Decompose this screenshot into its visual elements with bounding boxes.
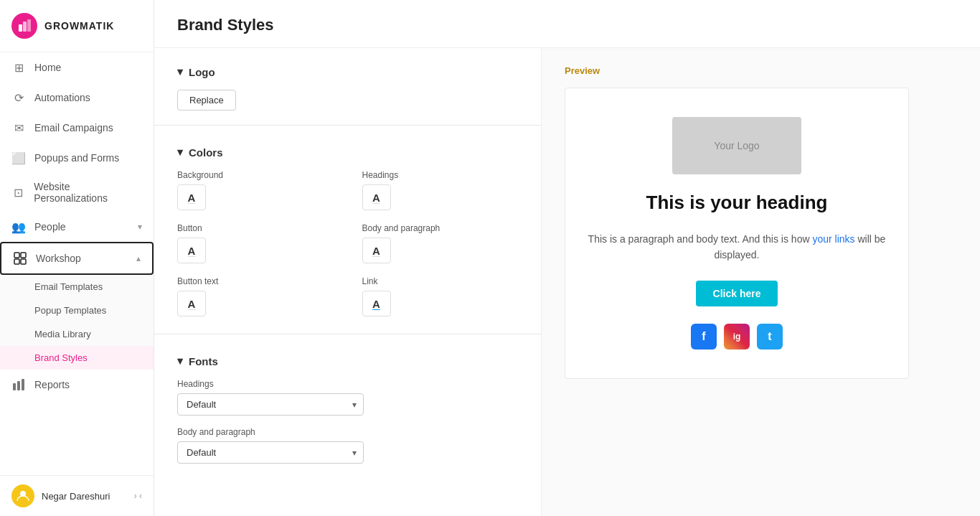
settings-panel: ▾ Logo Replace ▾ Colors Background [154, 48, 542, 516]
font-headings-select-wrapper: Default Arial Georgia Helvetica Times Ne… [177, 393, 364, 416]
color-body-swatch[interactable]: A [362, 238, 391, 263]
workshop-chevron-icon: ▴ [136, 253, 141, 263]
media-library-label: Media Library [34, 329, 91, 339]
replace-logo-button[interactable]: Replace [177, 90, 236, 111]
svg-rect-7 [13, 383, 16, 390]
color-swatch-a-icon: A [188, 192, 196, 204]
fonts-section-header[interactable]: ▾ Fonts [177, 355, 518, 367]
preview-panel: Preview Your Logo This is your heading T… [542, 48, 980, 516]
color-button-text-swatch[interactable]: A [177, 291, 206, 316]
color-body-paragraph: Body and paragraph A [362, 223, 519, 263]
brand-styles-label: Brand Styles [34, 352, 88, 363]
preview-link[interactable]: your links [812, 233, 854, 245]
font-body-label: Body and paragraph [177, 427, 518, 437]
sidebar-item-people[interactable]: 👥 People ▾ [0, 212, 154, 242]
sidebar-item-email-templates[interactable]: Email Templates [0, 275, 154, 299]
svg-rect-8 [17, 381, 20, 390]
preview-body-text: This is a paragraph and body text. And t… [580, 231, 894, 263]
font-body-select[interactable]: Default Arial Georgia Helvetica Times Ne… [177, 441, 364, 464]
workshop-submenu: Email Templates Popup Templates Media Li… [0, 275, 154, 370]
svg-rect-0 [19, 24, 22, 32]
svg-rect-6 [21, 259, 26, 264]
social-icons: f ig t [691, 324, 783, 350]
color-background-swatch[interactable]: A [177, 184, 206, 210]
sidebar-item-media-library[interactable]: Media Library [0, 322, 154, 346]
color-headings: Headings A [362, 170, 519, 210]
sidebar-item-reports[interactable]: Reports [0, 370, 154, 400]
color-body-label: Body and paragraph [362, 223, 519, 233]
sidebar-item-home-label: Home [34, 62, 61, 73]
color-swatch-a-icon: A [188, 245, 196, 257]
sidebar-item-email-label: Email Campaigns [34, 122, 113, 133]
popups-icon: ⬜ [11, 151, 26, 165]
twitter-icon[interactable]: t [757, 324, 783, 350]
colors-section-label: Colors [189, 146, 223, 159]
colors-section: ▾ Colors Background A Headings [177, 146, 518, 334]
color-swatch-a-icon: A [188, 298, 196, 310]
website-icon: ⊡ [11, 185, 25, 200]
color-headings-swatch[interactable]: A [362, 184, 391, 210]
sidebar-item-popup-templates[interactable]: Popup Templates [0, 299, 154, 322]
preview-heading: This is your heading [646, 192, 828, 214]
main-content: Brand Styles ▾ Logo Replace ▾ Colors [154, 0, 980, 516]
sidebar-item-brand-styles[interactable]: Brand Styles [0, 346, 154, 370]
logo-chevron-icon: ▾ [177, 65, 183, 78]
colors-section-header[interactable]: ▾ Colors [177, 146, 518, 159]
color-button-text: Button text A [177, 276, 334, 316]
people-icon: 👥 [11, 220, 26, 234]
logo-section-header[interactable]: ▾ Logo [177, 65, 518, 78]
sidebar-item-website-label: Website Personalizations [34, 181, 142, 204]
color-headings-label: Headings [362, 170, 519, 180]
logo-section: ▾ Logo Replace [177, 65, 518, 126]
svg-rect-5 [14, 259, 19, 264]
color-button-swatch[interactable]: A [177, 238, 206, 263]
preview-label: Preview [565, 65, 957, 76]
font-body: Body and paragraph Default Arial Georgia… [177, 427, 518, 464]
sidebar-item-popups-forms[interactable]: ⬜ Popups and Forms [0, 143, 154, 173]
font-body-select-wrapper: Default Arial Georgia Helvetica Times Ne… [177, 441, 364, 464]
user-profile[interactable]: Negar Dareshuri › ‹ [0, 475, 154, 516]
popup-templates-label: Popup Templates [34, 305, 106, 316]
workshop-icon [13, 251, 27, 266]
preview-card: Your Logo This is your heading This is a… [565, 88, 909, 379]
colors-chevron-icon: ▾ [177, 146, 183, 159]
color-button-text-label: Button text [177, 276, 334, 286]
sidebar-item-email-campaigns[interactable]: ✉ Email Campaigns [0, 113, 154, 143]
svg-rect-4 [21, 253, 26, 258]
color-button-label: Button [177, 223, 334, 233]
instagram-icon[interactable]: ig [724, 324, 750, 350]
sidebar-logo[interactable]: GROWMATIK [0, 0, 154, 52]
preview-logo-placeholder: Your Logo [672, 117, 801, 174]
font-headings-select[interactable]: Default Arial Georgia Helvetica Times Ne… [177, 393, 364, 416]
automations-icon: ⟳ [11, 90, 26, 105]
font-headings-label: Headings [177, 379, 518, 389]
sidebar-item-reports-label: Reports [34, 379, 70, 390]
sidebar-item-home[interactable]: ⊞ Home [0, 52, 154, 83]
facebook-icon[interactable]: f [691, 324, 717, 350]
fonts-chevron-icon: ▾ [177, 355, 183, 367]
sidebar-item-website-personalizations[interactable]: ⊡ Website Personalizations [0, 173, 154, 212]
user-nav-arrows-icon: › ‹ [134, 491, 142, 501]
color-button: Button A [177, 223, 334, 263]
svg-rect-1 [23, 22, 27, 32]
color-swatch-a-icon: A [372, 245, 380, 257]
color-background: Background A [177, 170, 334, 210]
people-chevron-icon: ▾ [138, 222, 142, 232]
logo-section-label: Logo [189, 66, 215, 78]
user-name: Negar Dareshuri [42, 491, 127, 502]
sidebar-item-automations-label: Automations [34, 92, 90, 103]
color-background-label: Background [177, 170, 334, 180]
sidebar: GROWMATIK ⊞ Home ⟳ Automations ✉ Email C… [0, 0, 154, 516]
content-layout: ▾ Logo Replace ▾ Colors Background [154, 48, 980, 516]
preview-cta-button[interactable]: Click here [696, 281, 778, 306]
svg-rect-2 [27, 19, 31, 32]
sidebar-item-automations[interactable]: ⟳ Automations [0, 83, 154, 113]
fonts-grid: Headings Default Arial Georgia Helvetica… [177, 379, 518, 464]
email-icon: ✉ [11, 121, 26, 135]
color-swatch-a-icon: A [372, 192, 380, 204]
color-link-swatch[interactable]: A [362, 291, 391, 316]
email-templates-label: Email Templates [34, 281, 103, 292]
user-avatar [11, 484, 34, 507]
sidebar-item-popups-label: Popups and Forms [34, 152, 119, 164]
sidebar-item-workshop[interactable]: Workshop ▴ [0, 242, 154, 275]
